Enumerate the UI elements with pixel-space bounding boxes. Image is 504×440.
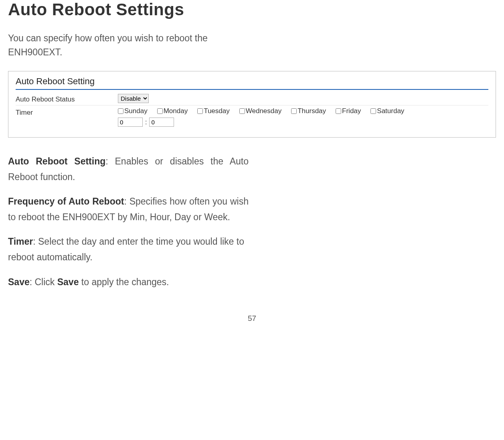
day-thursday[interactable]: Thursday — [291, 107, 326, 115]
desc-text: : Select the day and enter the time you … — [8, 236, 244, 262]
checkbox-friday[interactable] — [336, 108, 341, 114]
checkbox-saturday[interactable] — [370, 108, 376, 114]
hour-input[interactable] — [118, 118, 143, 127]
desc-bold: Timer — [8, 236, 33, 247]
panel-heading: Auto Reboot Setting — [16, 76, 488, 87]
day-friday[interactable]: Friday — [336, 107, 361, 115]
day-wednesday[interactable]: Wednesday — [239, 107, 281, 115]
day-label: Thursday — [298, 107, 326, 115]
page-number: 57 — [8, 314, 496, 323]
desc-bold: Auto Reboot Setting — [8, 156, 105, 166]
day-tuesday[interactable]: Tuesday — [197, 107, 230, 115]
time-row: : — [118, 118, 488, 127]
desc-save: Save: Click Save to apply the changes. — [8, 274, 249, 290]
checkbox-monday[interactable] — [157, 108, 163, 114]
intro-text: You can specify how often you wish to re… — [8, 31, 241, 59]
day-saturday[interactable]: Saturday — [370, 107, 404, 115]
day-monday[interactable]: Monday — [157, 107, 188, 115]
checkbox-sunday[interactable] — [118, 108, 123, 114]
day-label: Wednesday — [246, 107, 281, 115]
checkbox-wednesday[interactable] — [239, 108, 245, 114]
status-label: Auto Reboot Status — [16, 94, 118, 103]
day-label: Monday — [164, 107, 188, 115]
desc-text: to apply the changes. — [79, 277, 169, 287]
day-label: Friday — [342, 107, 361, 115]
desc-bold: Save — [57, 277, 79, 287]
time-separator: : — [145, 119, 147, 126]
desc-timer: Timer: Select the day and enter the time… — [8, 234, 249, 265]
day-label: Sunday — [124, 107, 148, 115]
desc-frequency: Frequency of Auto Reboot: Specifies how … — [8, 194, 249, 225]
checkbox-tuesday[interactable] — [197, 108, 203, 114]
timer-row: Timer Sunday Monday Tuesday Wednesday — [16, 105, 488, 128]
minute-input[interactable] — [149, 118, 174, 127]
desc-auto-reboot-setting: Auto Reboot Setting: Enables or disables… — [8, 154, 249, 185]
description-block: Auto Reboot Setting: Enables or disables… — [8, 154, 249, 290]
settings-panel: Auto Reboot Setting Auto Reboot Status D… — [8, 71, 496, 138]
status-select[interactable]: Disable — [118, 94, 149, 103]
day-sunday[interactable]: Sunday — [118, 107, 148, 115]
day-label: Tuesday — [204, 107, 230, 115]
desc-bold: Frequency of Auto Reboot — [8, 196, 124, 207]
desc-bold: Save — [8, 277, 30, 287]
page-title: Auto Reboot Settings — [8, 0, 496, 19]
days-row: Sunday Monday Tuesday Wednesday Thursday — [118, 107, 488, 115]
timer-label: Timer — [16, 107, 118, 117]
panel-divider — [16, 89, 488, 90]
status-row: Auto Reboot Status Disable — [16, 92, 488, 105]
day-label: Saturday — [377, 107, 404, 115]
desc-text: : Click — [30, 277, 57, 287]
checkbox-thursday[interactable] — [291, 108, 297, 114]
